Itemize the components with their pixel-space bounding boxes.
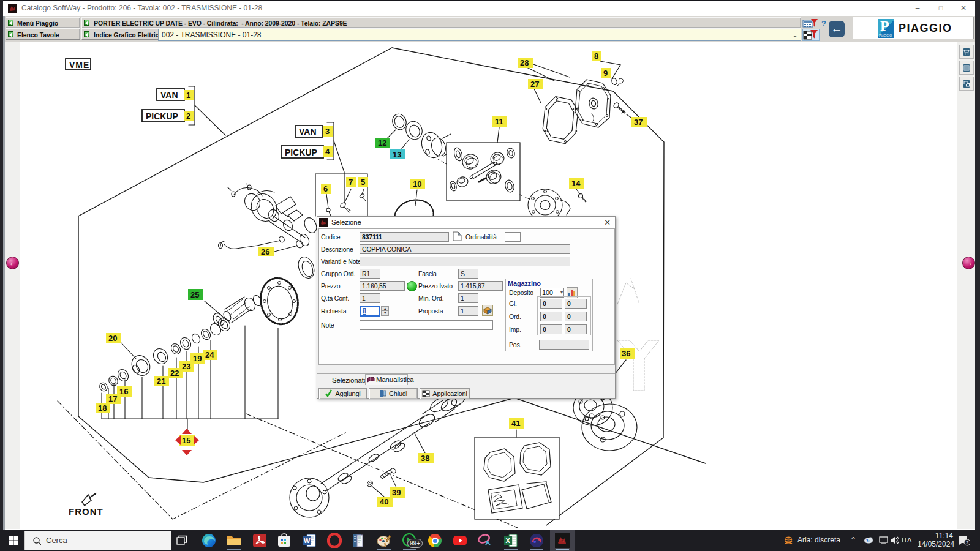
svg-text:26: 26 <box>261 247 270 257</box>
svg-text:6: 6 <box>323 184 328 193</box>
svg-text:3: 3 <box>325 127 330 136</box>
svg-text:2: 2 <box>186 111 190 121</box>
svg-text:PICKUP: PICKUP <box>285 148 317 157</box>
svg-text:41: 41 <box>511 419 520 428</box>
svg-text:22: 22 <box>170 369 179 378</box>
svg-text:2: 2 <box>966 540 969 545</box>
svg-text:VME: VME <box>69 60 89 70</box>
svg-text:9: 9 <box>603 69 608 78</box>
svg-text:23: 23 <box>182 362 190 371</box>
svg-text:PICKUP: PICKUP <box>146 111 178 121</box>
svg-text:37: 37 <box>634 118 643 127</box>
svg-text:19: 19 <box>193 354 202 363</box>
svg-text:FRONT: FRONT <box>69 506 104 517</box>
svg-text:38: 38 <box>421 454 429 463</box>
svg-text:40: 40 <box>380 497 388 506</box>
svg-text:10: 10 <box>413 179 421 189</box>
svg-text:↻: ↻ <box>866 539 870 543</box>
svg-text:13: 13 <box>393 150 401 159</box>
svg-text:8: 8 <box>594 51 598 61</box>
svg-text:16: 16 <box>119 387 128 396</box>
svg-text:39: 39 <box>392 488 401 497</box>
svg-text:20: 20 <box>108 334 117 343</box>
svg-text:VAN: VAN <box>160 90 178 100</box>
svg-text:14: 14 <box>571 179 581 188</box>
svg-text:27: 27 <box>530 80 539 89</box>
svg-text:1: 1 <box>186 91 190 100</box>
svg-text:17: 17 <box>108 394 117 403</box>
svg-text:25: 25 <box>190 290 199 299</box>
svg-text:7: 7 <box>349 178 353 187</box>
svg-text:18: 18 <box>98 403 107 413</box>
svg-text:21: 21 <box>157 377 165 386</box>
svg-text:28: 28 <box>520 58 529 67</box>
svg-text:24: 24 <box>205 350 214 359</box>
svg-text:5: 5 <box>361 178 365 187</box>
svg-text:VAN: VAN <box>299 127 317 137</box>
svg-text:15: 15 <box>182 436 190 445</box>
svg-text:X: X <box>506 537 511 544</box>
svg-text:W: W <box>304 537 311 544</box>
svg-text:12: 12 <box>378 138 386 148</box>
svg-text:11: 11 <box>495 117 503 126</box>
svg-text:4: 4 <box>325 147 330 156</box>
svg-text:36: 36 <box>622 349 630 358</box>
